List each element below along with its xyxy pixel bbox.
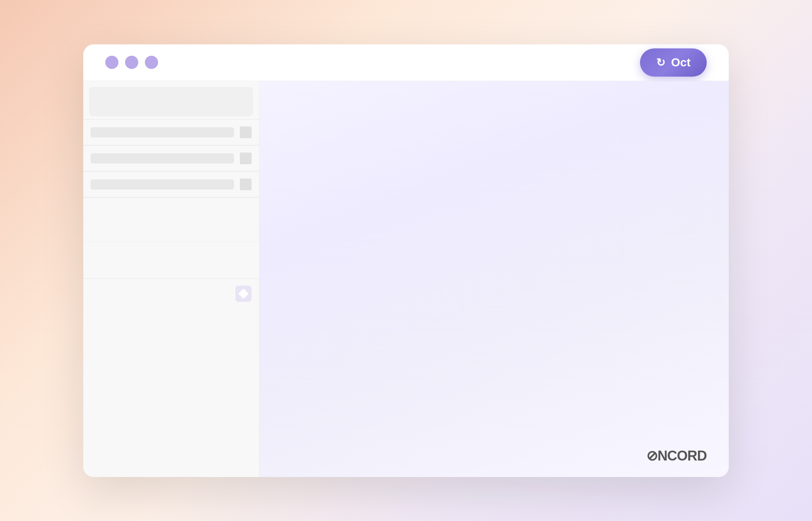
- sidebar-item[interactable]: [83, 120, 259, 145]
- dot-yellow: [125, 56, 138, 69]
- encord-logo: ⊘NCORD: [646, 448, 707, 464]
- app-window: ↻ Oct: [83, 44, 729, 477]
- footer-action-button[interactable]: [235, 286, 252, 302]
- window-dots: [105, 56, 158, 69]
- refresh-icon: ↻: [656, 56, 665, 69]
- main-content: [83, 81, 729, 477]
- sidebar-item-icon: [240, 179, 252, 190]
- sidebar-item-icon: [240, 153, 252, 164]
- sidebar-spacer-1: [83, 198, 259, 242]
- dot-green: [145, 56, 158, 69]
- sidebar-item-bar: [91, 179, 234, 190]
- sidebar-item[interactable]: [83, 146, 259, 171]
- sidebar-item-bar: [91, 153, 234, 164]
- sidebar-spacer-2: [83, 242, 259, 279]
- main-panel: [259, 81, 729, 477]
- diamond-icon: [238, 288, 249, 298]
- sidebar-item-icon: [240, 126, 252, 138]
- oct-button-label: Oct: [671, 56, 691, 69]
- title-bar: ↻ Oct: [83, 44, 729, 81]
- dot-red: [105, 56, 118, 69]
- sidebar: [83, 81, 259, 477]
- sidebar-header-bar: [89, 87, 253, 116]
- sidebar-item[interactable]: [83, 172, 259, 197]
- sidebar-footer: [83, 279, 259, 308]
- sidebar-item-bar: [91, 127, 234, 137]
- encord-logo-text: ⊘NCORD: [646, 448, 707, 464]
- oct-button[interactable]: ↻ Oct: [640, 48, 707, 77]
